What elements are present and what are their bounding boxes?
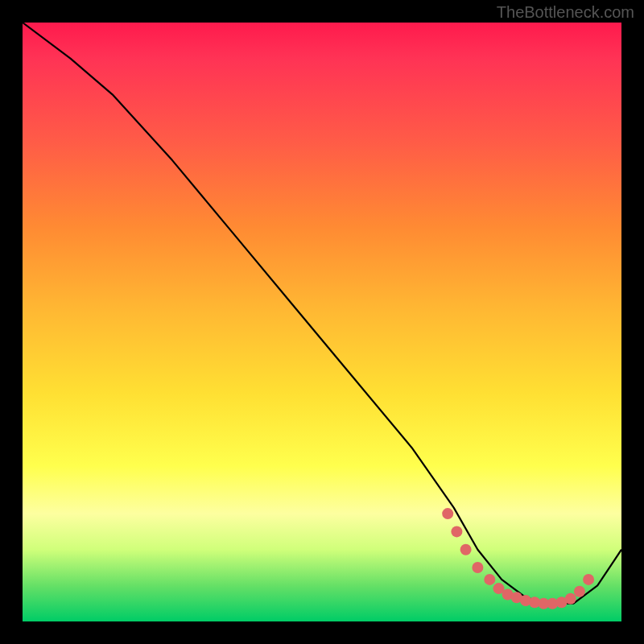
marker-dot <box>502 589 514 601</box>
marker-dot <box>574 586 585 597</box>
marker-dot <box>556 597 568 608</box>
marker-dot <box>442 508 453 519</box>
watermark-text: TheBottleneck.com <box>497 3 634 22</box>
marker-dot <box>547 598 558 609</box>
marker-dot <box>583 574 594 585</box>
marker-dot <box>538 598 549 609</box>
marker-dot <box>493 583 505 594</box>
chart-svg <box>23 23 621 621</box>
marker-dot <box>511 592 522 603</box>
marker-dot <box>529 597 540 608</box>
marker-dot <box>460 544 472 555</box>
curve-line <box>23 23 621 604</box>
marker-dot <box>451 526 462 537</box>
marker-dot <box>484 574 495 585</box>
marker-dot <box>472 562 483 573</box>
chart-plot-area <box>23 23 621 621</box>
marker-dot <box>520 595 531 606</box>
marker-dot <box>565 593 576 605</box>
